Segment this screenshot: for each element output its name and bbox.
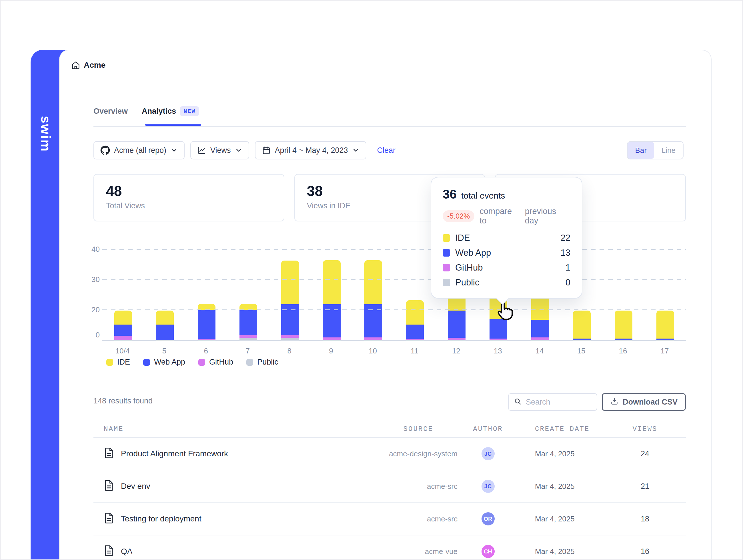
bar-segment-webapp xyxy=(198,310,215,339)
bar-slot xyxy=(186,245,227,340)
doc-views: 24 xyxy=(604,450,686,458)
search-box[interactable] xyxy=(508,393,597,411)
x-tick-label: 13 xyxy=(477,346,519,356)
clear-filters-link[interactable]: Clear xyxy=(377,146,396,155)
x-tick-label: 7 xyxy=(227,346,269,356)
download-csv-button[interactable]: Download CSV xyxy=(602,393,686,411)
table-row[interactable]: Testing for deploymentacme-srcORMar 4, 2… xyxy=(93,503,686,535)
bar-segment-ide xyxy=(323,260,341,304)
bar-segment-webapp xyxy=(656,338,674,340)
y-tick-40: 40 xyxy=(60,244,100,254)
search-input[interactable] xyxy=(525,398,592,407)
stacked-bar-16[interactable] xyxy=(615,311,632,340)
chart-tooltip: 36 total events -5.02% compare to previo… xyxy=(431,177,582,298)
bar-slot xyxy=(603,245,644,340)
date-range-dropdown[interactable]: April 4 ~ May 4, 2023 xyxy=(255,141,366,159)
bar-slot xyxy=(227,245,269,340)
repo-filter-dropdown[interactable]: Acme (all repo) xyxy=(93,141,185,159)
bar-segment-ide xyxy=(239,304,257,310)
toggle-line-option[interactable]: Line xyxy=(654,142,683,159)
calendar-icon xyxy=(262,146,271,155)
chart-type-toggle: Bar Line xyxy=(627,141,684,159)
bar-slot xyxy=(644,245,686,340)
main-panel: Acme Overview Analytics NEW Acme (all re… xyxy=(59,50,711,560)
tooltip-series-row: IDE22 xyxy=(443,231,570,245)
document-icon xyxy=(104,479,114,494)
chart-legend: IDEWeb AppGitHubPublic xyxy=(106,358,278,367)
bar-segment-webapp xyxy=(239,310,257,335)
search-icon xyxy=(514,398,522,407)
active-tab-underline xyxy=(145,124,201,126)
tooltip-series-row: Public0 xyxy=(443,275,570,290)
bar-segment-ide xyxy=(364,260,382,304)
column-header-name: NAME xyxy=(93,425,338,433)
gridline-30 xyxy=(102,279,686,280)
filter-row: Acme (all repo) Views April 4 ~ May 4, 2 xyxy=(93,141,395,159)
github-icon xyxy=(100,145,110,155)
download-icon xyxy=(610,397,619,408)
bar-segment-github xyxy=(406,339,424,340)
toggle-bar-option[interactable]: Bar xyxy=(627,142,654,159)
bar-segment-ide xyxy=(573,311,591,338)
document-icon xyxy=(104,545,114,559)
doc-source: acme-src xyxy=(338,482,457,491)
bar-slot xyxy=(353,245,394,340)
bar-segment-ide xyxy=(281,261,299,304)
doc-create-date: Mar 4, 2025 xyxy=(518,450,604,458)
bar-segment-github xyxy=(364,337,382,340)
tooltip-swatch xyxy=(443,279,450,286)
stacked-bar-10/4[interactable] xyxy=(114,311,132,340)
y-tick-20: 20 xyxy=(60,305,100,314)
legend-swatch xyxy=(143,359,150,366)
stacked-bar-8[interactable] xyxy=(281,261,299,340)
home-icon xyxy=(71,60,80,70)
bar-segment-github xyxy=(531,337,549,340)
avatar: CH xyxy=(482,545,495,558)
app-screen: swim Acme Overview Analytics NEW xyxy=(0,0,743,560)
app-logo[interactable]: swim xyxy=(31,110,60,158)
doc-views: 21 xyxy=(604,482,686,491)
tab-analytics[interactable]: Analytics NEW xyxy=(142,106,199,116)
stacked-bar-5[interactable] xyxy=(156,311,174,340)
tab-overview[interactable]: Overview xyxy=(93,107,128,116)
workspace-name: Acme xyxy=(84,60,105,70)
doc-create-date: Mar 4, 2025 xyxy=(518,482,604,491)
stacked-bar-10[interactable] xyxy=(364,260,382,340)
metric-filter-dropdown[interactable]: Views xyxy=(190,141,249,159)
stacked-bar-9[interactable] xyxy=(323,260,341,340)
doc-name: Dev env xyxy=(121,482,150,491)
legend-item-public: Public xyxy=(246,358,278,367)
bar-segment-webapp xyxy=(573,338,591,340)
bar-segment-webapp xyxy=(406,325,424,339)
bar-segment-ide xyxy=(156,311,174,325)
doc-source: acme-vue xyxy=(338,547,457,556)
column-header-source: SOURCE xyxy=(338,425,457,433)
column-header-views: VIEWS xyxy=(604,425,686,433)
bar-slot xyxy=(102,245,144,340)
bar-segment-github xyxy=(198,339,215,340)
new-badge: NEW xyxy=(180,106,199,116)
tooltip-swatch xyxy=(443,234,450,242)
delta-badge: -5.02% xyxy=(443,210,474,222)
table-row[interactable]: Dev envacme-srcJCMar 4, 202521 xyxy=(93,470,686,503)
stacked-bar-17[interactable] xyxy=(656,311,674,340)
bar-segment-ide xyxy=(114,311,132,325)
table-row[interactable]: QAacme-vueCHMar 4, 202516 xyxy=(93,535,686,560)
doc-source: acme-src xyxy=(338,515,457,523)
bar-segment-webapp xyxy=(448,311,466,338)
doc-create-date: Mar 4, 2025 xyxy=(518,547,604,556)
document-icon xyxy=(104,512,114,526)
breadcrumb[interactable]: Acme xyxy=(71,60,105,70)
stacked-bar-11[interactable] xyxy=(406,300,424,340)
bar-segment-github xyxy=(489,338,507,340)
legend-item-ide: IDE xyxy=(106,358,130,367)
stacked-bar-15[interactable] xyxy=(573,311,591,340)
stat-card-total-views: 48 Total Views xyxy=(93,174,285,222)
tooltip-swatch xyxy=(443,264,450,271)
legend-swatch xyxy=(198,359,205,366)
tooltip-series-row: GitHub1 xyxy=(443,260,570,275)
x-tick-label: 6 xyxy=(185,346,227,356)
bar-segment-github xyxy=(323,337,341,340)
doc-name: Testing for deployment xyxy=(121,514,202,523)
table-row[interactable]: Product Alignment Frameworkacme-design-s… xyxy=(93,438,686,470)
